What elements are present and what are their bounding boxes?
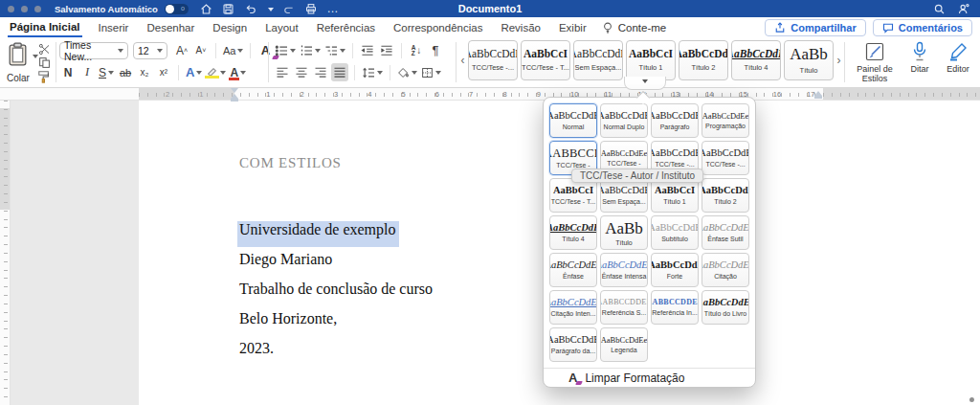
document-line[interactable]: Trabalho de conclusão de curso xyxy=(239,281,433,298)
style-card[interactable]: AaBbCcDdE TCC/Tese -... xyxy=(702,141,749,175)
multilevel-list-button[interactable] xyxy=(323,41,346,59)
style-card[interactable]: AaBbCcDdE TCC/Tese -... xyxy=(468,40,518,80)
bullet-list-button[interactable] xyxy=(274,41,297,59)
more-commands-icon[interactable]: … xyxy=(326,2,340,15)
share-button[interactable]: Compartilhar xyxy=(765,19,865,36)
style-card[interactable]: AaBbCcI TCC/Tese - T... xyxy=(521,40,570,80)
text-effects-button[interactable]: A xyxy=(185,63,203,81)
font-name-combobox[interactable]: Times New... xyxy=(59,42,128,59)
strikethrough-button[interactable]: ab xyxy=(117,63,134,81)
change-case-button[interactable]: Aa xyxy=(222,41,244,59)
style-card[interactable]: AaBbCcDdI Forte xyxy=(651,253,699,287)
home-icon[interactable] xyxy=(200,2,213,15)
style-card[interactable]: AaBb Título xyxy=(600,215,648,250)
increase-indent-button[interactable] xyxy=(378,41,395,59)
print-icon[interactable] xyxy=(304,2,318,15)
style-card[interactable]: AaBbCcDdEe Citação xyxy=(702,253,749,287)
style-card[interactable]: AaBbCcDdE Título 4 xyxy=(549,215,597,250)
style-card[interactable]: AaBbCcDdEe Citação Inten... xyxy=(549,290,597,325)
ribbon-tab[interactable]: Página Inicial xyxy=(8,18,82,37)
gallery-scroll-right-icon[interactable]: › xyxy=(835,54,842,67)
align-right-button[interactable] xyxy=(312,63,329,81)
style-card[interactable]: AaBbCcDdE Sem Espaça... xyxy=(573,40,623,80)
highlight-color-button[interactable] xyxy=(205,63,227,81)
numbered-list-button[interactable] xyxy=(299,41,322,59)
style-card[interactable]: AaBbCcDdE Sem Espaça... xyxy=(600,178,648,213)
scrollbar-thumb[interactable] xyxy=(969,397,974,402)
indent-marker-right[interactable] xyxy=(814,91,822,99)
undo-icon[interactable] xyxy=(244,2,257,15)
ribbon-tab[interactable]: Referências xyxy=(315,19,377,36)
account-share-icon[interactable] xyxy=(957,2,970,15)
save-icon[interactable] xyxy=(222,2,235,15)
style-card[interactable]: AaBbCcDdI Título 2 xyxy=(679,40,728,80)
shrink-font-button[interactable]: A˅ xyxy=(192,41,210,59)
style-card[interactable]: AaBbCcI TCC/Tese - T... xyxy=(549,178,597,213)
underline-chevron[interactable] xyxy=(108,71,114,78)
decrease-indent-button[interactable] xyxy=(359,41,376,59)
subscript-button[interactable]: x₂ xyxy=(136,63,153,81)
undo-dropdown-chevron[interactable] xyxy=(268,8,274,14)
style-card[interactable]: AaBbCcDdEe Ênfase xyxy=(549,253,597,287)
bold-button[interactable]: N xyxy=(59,63,77,81)
redo-icon[interactable] xyxy=(282,2,296,15)
document-line[interactable]: Belo Horizonte, xyxy=(239,310,433,327)
style-card[interactable]: AaBbCcDdEe Ênfase Intensa xyxy=(600,253,648,287)
autosave-toggle[interactable]: o xyxy=(165,4,189,14)
sort-button[interactable]: AZ ↓ xyxy=(408,41,425,59)
comments-button[interactable]: Comentários xyxy=(873,19,972,36)
tell-me[interactable]: Conte-me xyxy=(602,21,667,34)
style-card[interactable]: AaBbCcI Título 1 xyxy=(626,40,676,80)
editor-button[interactable]: Editor xyxy=(947,41,969,84)
superscript-button[interactable]: x² xyxy=(155,63,172,81)
style-card[interactable]: AaBbCcDdE Título 4 xyxy=(731,40,781,80)
shading-button[interactable] xyxy=(396,63,418,81)
style-card[interactable]: AaBbCcDdE Subtítulo xyxy=(651,215,699,250)
dictate-button[interactable]: Ditar xyxy=(910,41,929,84)
cut-icon[interactable] xyxy=(38,43,51,56)
style-card[interactable]: AABBCCDDEE Referência S... xyxy=(600,290,648,325)
ribbon-tab[interactable]: Desenhar xyxy=(145,19,196,36)
ribbon-tab[interactable]: Exibir xyxy=(557,19,589,36)
align-center-button[interactable] xyxy=(293,63,310,81)
gallery-expand-button[interactable] xyxy=(624,77,666,90)
show-paragraph-marks-button[interactable]: ¶ xyxy=(427,41,444,59)
line-spacing-button[interactable] xyxy=(361,63,384,81)
font-size-combobox[interactable]: 12 xyxy=(133,42,167,59)
gallery-scroll-left-icon[interactable]: ‹ xyxy=(459,54,466,67)
clear-formatting-item[interactable]: A Limpar Formatação xyxy=(544,368,755,387)
ribbon-tab[interactable]: Design xyxy=(211,19,249,36)
search-icon[interactable] xyxy=(932,2,946,15)
style-card[interactable]: AaBbCcDdE Normal xyxy=(549,103,597,138)
style-card[interactable]: AaBbCcDdEe Programação xyxy=(702,103,749,138)
indent-marker-left[interactable] xyxy=(231,88,238,101)
align-left-button[interactable] xyxy=(274,63,291,81)
document-line[interactable]: Diego Mariano xyxy=(239,251,433,268)
paste-label[interactable]: Colar xyxy=(4,73,33,83)
minimize-window-button[interactable] xyxy=(21,6,28,12)
borders-button[interactable] xyxy=(420,63,442,81)
style-card[interactable]: AaBbCcI Título 1 xyxy=(651,178,699,213)
close-window-button[interactable] xyxy=(8,6,14,12)
font-color-button[interactable]: A xyxy=(229,63,247,81)
ribbon-tab[interactable]: Inserir xyxy=(97,19,131,36)
zoom-window-button[interactable] xyxy=(34,6,41,12)
style-card[interactable]: AaBbCcDdEe Legenda xyxy=(600,327,648,362)
style-card[interactable]: AaBbCcDdI Título 2 xyxy=(702,178,749,213)
paste-clipboard-icon[interactable] xyxy=(8,42,28,67)
ribbon-tab[interactable]: Correspondências xyxy=(391,19,484,36)
clear-formatting-button[interactable]: A xyxy=(256,41,274,59)
style-card[interactable]: AaBbCcDdE Normal Duplo xyxy=(600,103,648,138)
styles-pane-button[interactable]: Painel deEstilos xyxy=(857,41,893,84)
italic-button[interactable]: I xyxy=(78,63,96,81)
style-card[interactable]: AaBbCcDdEe Título do Livro xyxy=(702,290,749,325)
justify-button[interactable] xyxy=(331,63,348,81)
ribbon-tab[interactable]: Layout xyxy=(263,19,301,36)
style-card[interactable]: AaBb Título xyxy=(784,40,834,80)
underline-button[interactable]: S xyxy=(98,63,115,81)
style-card[interactable]: AABBCCDDEE Referência In... xyxy=(651,290,699,325)
grow-font-button[interactable]: A˄ xyxy=(173,41,190,59)
document-line[interactable]: 2023. xyxy=(239,340,433,357)
ribbon-tab[interactable]: Revisão xyxy=(499,19,543,36)
document-line[interactable]: Universidade de exemplo xyxy=(239,221,433,238)
